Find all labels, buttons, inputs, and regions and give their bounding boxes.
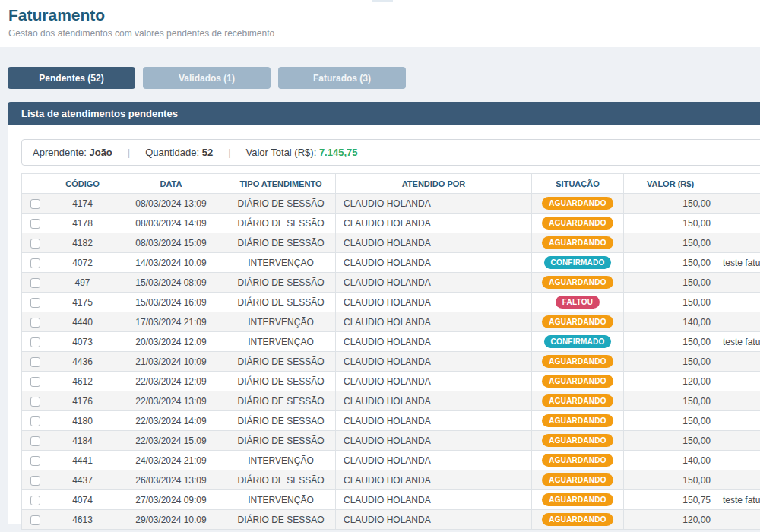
cell-situacao: FALTOU (532, 293, 624, 312)
header-obs-column (717, 174, 760, 194)
row-checkbox[interactable] (30, 219, 40, 229)
row-checkbox[interactable] (30, 397, 40, 407)
row-checkbox[interactable] (30, 416, 40, 426)
cell-obs: teste fatura (717, 490, 760, 510)
cell-data: 22/03/2024 14:09 (116, 411, 226, 431)
cell-valor: 150,00 (624, 194, 717, 214)
cell-codigo: 4441 (49, 451, 116, 470)
table-row: 418022/03/2024 14:09DIÁRIO DE SESSÃOCLAU… (22, 411, 760, 431)
summary-quantidade: Quantidade: 52 (145, 147, 213, 158)
row-checkbox[interactable] (30, 456, 40, 466)
cell-data: 22/03/2024 15:09 (116, 431, 226, 451)
cell-codigo: 4436 (49, 352, 116, 372)
quantidade-label: Quantidade: (145, 147, 199, 158)
cell-atendido-por: CLAUDIO HOLANDA (336, 411, 532, 431)
header-valor: VALOR (R$) (624, 174, 717, 194)
status-badge: AGUARDANDO (542, 454, 613, 467)
cell-atendido-por: CLAUDIO HOLANDA (336, 470, 532, 490)
checkbox-cell (22, 510, 49, 530)
header-data: DATA (116, 174, 226, 194)
table-row: 443621/03/2024 10:09DIÁRIO DE SESSÃOCLAU… (22, 352, 760, 372)
cell-situacao: CONFIRMADO (532, 253, 624, 273)
table-row: 444124/03/2024 21:09INTERVENÇÃOCLAUDIO H… (22, 451, 760, 470)
checkbox-cell (22, 312, 49, 332)
quantidade-value: 52 (202, 147, 213, 158)
status-badge: AGUARDANDO (542, 493, 613, 506)
table-row: 407427/03/2024 09:09INTERVENÇÃOCLAUDIO H… (22, 490, 760, 510)
cell-situacao: AGUARDANDO (532, 411, 624, 431)
row-checkbox[interactable] (30, 258, 40, 268)
table-row: 417622/03/2024 13:09DIÁRIO DE SESSÃOCLAU… (22, 391, 760, 411)
row-checkbox[interactable] (30, 496, 40, 505)
panel-body: Aprendente: João | Quantidade: 52 | Valo… (8, 125, 760, 524)
row-checkbox[interactable] (30, 515, 40, 525)
checkbox-cell (22, 194, 49, 214)
cell-atendido-por: CLAUDIO HOLANDA (336, 391, 532, 411)
cell-valor: 150,00 (624, 253, 717, 273)
checkbox-cell (22, 451, 49, 470)
cell-atendido-por: CLAUDIO HOLANDA (336, 312, 532, 332)
row-checkbox[interactable] (30, 298, 40, 308)
cell-codigo: 497 (49, 273, 116, 293)
row-checkbox[interactable] (30, 199, 40, 209)
cell-tipo-atendimento: DIÁRIO DE SESSÃO (226, 352, 336, 372)
cell-obs (717, 233, 760, 253)
summary-bar: Aprendente: João | Quantidade: 52 | Valo… (21, 139, 760, 166)
row-checkbox[interactable] (30, 239, 40, 249)
cell-obs (717, 411, 760, 431)
cell-data: 14/03/2024 10:09 (116, 253, 226, 273)
checkbox-cell (22, 273, 49, 293)
tab-validados[interactable]: Validados (1) (143, 67, 271, 89)
cell-valor: 150,00 (624, 391, 717, 411)
cell-tipo-atendimento: DIÁRIO DE SESSÃO (226, 214, 336, 233)
cell-atendido-por: CLAUDIO HOLANDA (336, 253, 532, 273)
table-row: 418422/03/2024 15:09DIÁRIO DE SESSÃOCLAU… (22, 431, 760, 451)
tab-pendentes[interactable]: Pendentes (52) (8, 67, 135, 89)
header-codigo: CÓDIGO (49, 174, 116, 194)
cell-data: 15/03/2024 08:09 (116, 273, 226, 293)
row-checkbox[interactable] (30, 357, 40, 367)
cell-valor: 150,00 (624, 332, 717, 352)
cell-data: 22/03/2024 13:09 (116, 391, 226, 411)
status-badge: AGUARDANDO (542, 473, 613, 486)
cell-tipo-atendimento: DIÁRIO DE SESSÃO (226, 510, 336, 530)
cell-obs (717, 431, 760, 451)
table-row: 417408/03/2024 13:09DIÁRIO DE SESSÃOCLAU… (22, 194, 760, 214)
table-row: 49715/03/2024 08:09DIÁRIO DE SESSÃOCLAUD… (22, 273, 760, 293)
attendances-table: CÓDIGO DATA TIPO ATENDIMENTO ATENDIDO PO… (21, 173, 760, 530)
table-row: 461222/03/2024 12:09DIÁRIO DE SESSÃOCLAU… (22, 372, 760, 391)
panel-header: Lista de atendimentos pendentes (8, 102, 760, 125)
cell-tipo-atendimento: INTERVENÇÃO (226, 451, 336, 470)
cell-tipo-atendimento: DIÁRIO DE SESSÃO (226, 391, 336, 411)
row-checkbox[interactable] (30, 278, 40, 288)
cell-atendido-por: CLAUDIO HOLANDA (336, 293, 532, 312)
cell-data: 08/03/2024 15:09 (116, 233, 226, 253)
header-atendido-por: ATENDIDO POR (336, 174, 532, 194)
cell-atendido-por: CLAUDIO HOLANDA (336, 194, 532, 214)
checkbox-cell (22, 431, 49, 451)
checkbox-cell (22, 352, 49, 372)
cell-obs (717, 470, 760, 490)
row-checkbox[interactable] (30, 436, 40, 446)
cell-valor: 150,00 (624, 352, 717, 372)
status-badge: AGUARDANDO (542, 197, 613, 210)
cell-valor: 150,00 (624, 431, 717, 451)
cell-atendido-por: CLAUDIO HOLANDA (336, 352, 532, 372)
checkbox-cell (22, 391, 49, 411)
row-checkbox[interactable] (30, 318, 40, 328)
cell-data: 26/03/2024 13:09 (116, 470, 226, 490)
cell-situacao: AGUARDANDO (532, 431, 624, 451)
status-badge: AGUARDANDO (542, 434, 613, 447)
cell-tipo-atendimento: DIÁRIO DE SESSÃO (226, 273, 336, 293)
tab-faturados[interactable]: Faturados (3) (278, 67, 406, 89)
row-checkbox[interactable] (30, 377, 40, 387)
row-checkbox[interactable] (30, 337, 40, 347)
cell-tipo-atendimento: DIÁRIO DE SESSÃO (226, 293, 336, 312)
row-checkbox[interactable] (30, 476, 40, 486)
cell-situacao: AGUARDANDO (532, 372, 624, 391)
cell-data: 22/03/2024 12:09 (116, 372, 226, 391)
cell-valor: 150,00 (624, 214, 717, 233)
cell-atendido-por: CLAUDIO HOLANDA (336, 233, 532, 253)
checkbox-cell (22, 490, 49, 510)
clipped-top-element (372, 0, 393, 2)
